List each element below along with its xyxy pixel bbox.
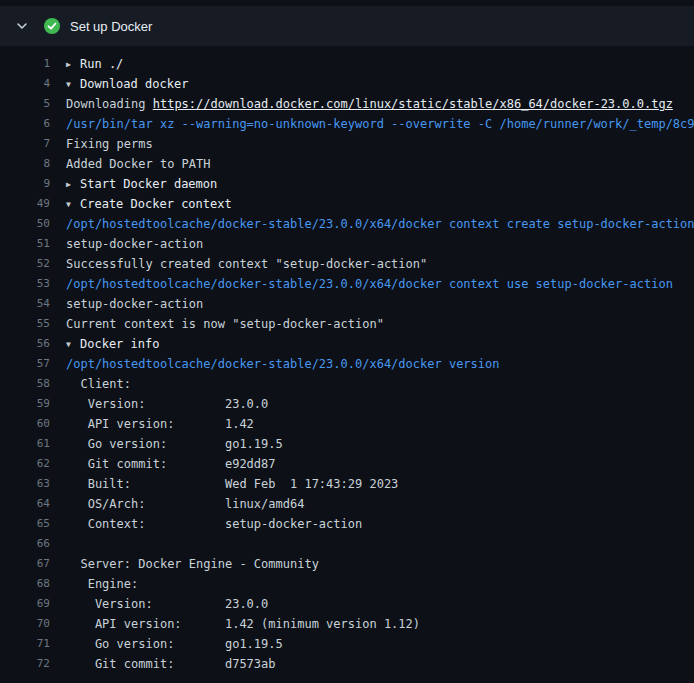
log-text: Git commit: d7573ab [66,657,276,671]
log-line: 64 OS/Arch: linux/amd64 [0,494,694,514]
log-line: 63 Built: Wed Feb 1 17:43:29 2023 [0,474,694,494]
line-number[interactable]: 72 [0,654,50,674]
log-text: /opt/hostedtoolcache/docker-stable/23.0.… [66,357,499,371]
line-content: Engine: [50,574,694,594]
log-line: 59 Version: 23.0.0 [0,394,694,414]
line-content [50,534,694,554]
line-content: ▼Docker info [50,334,694,354]
log-line: 8Added Docker to PATH [0,154,694,174]
line-number[interactable]: 59 [0,394,50,414]
line-number[interactable]: 65 [0,514,50,534]
log-text: Version: 23.0.0 [66,397,268,411]
line-number[interactable]: 55 [0,314,50,334]
line-content: Successfully created context "setup-dock… [50,254,694,274]
log-line: 53/opt/hostedtoolcache/docker-stable/23.… [0,274,694,294]
line-content: Current context is now "setup-docker-act… [50,314,694,334]
line-number[interactable]: 58 [0,374,50,394]
log-text: Context: setup-docker-action [66,517,362,531]
log-line: 69 Version: 23.0.0 [0,594,694,614]
log-text: Start Docker daemon [80,177,217,191]
line-content: API version: 1.42 (minimum version 1.12) [50,614,694,634]
line-content: API version: 1.42 [50,414,694,434]
line-number[interactable]: 63 [0,474,50,494]
log-line: 52Successfully created context "setup-do… [0,254,694,274]
log-group-row[interactable]: 49▼Create Docker context [0,194,694,214]
log-text: Fixing perms [66,137,153,151]
step-header[interactable]: Set up Docker [0,6,694,46]
line-number[interactable]: 49 [0,194,50,214]
log-line: 7Fixing perms [0,134,694,154]
line-number[interactable]: 7 [0,134,50,154]
log-group-row[interactable]: 4▼Download docker [0,74,694,94]
line-content: Version: 23.0.0 [50,594,694,614]
log-text: Client: [66,377,131,391]
log-group-row[interactable]: 9▶Start Docker daemon [0,174,694,194]
chevron-down-icon[interactable]: ▼ [66,195,80,214]
log-text: setup-docker-action [66,297,203,311]
line-content: Go version: go1.19.5 [50,634,694,654]
log-line: 51setup-docker-action [0,234,694,254]
log-text: Version: 23.0.0 [66,597,268,611]
chevron-right-icon[interactable]: ▶ [66,55,80,74]
line-number[interactable]: 1 [0,54,50,74]
log-text: Server: Docker Engine - Community [66,557,319,571]
log-line: 71 Go version: go1.19.5 [0,634,694,654]
line-number[interactable]: 4 [0,74,50,94]
line-content: ▶Start Docker daemon [50,174,694,194]
chevron-right-icon[interactable]: ▶ [66,175,80,194]
line-number[interactable]: 52 [0,254,50,274]
line-content: setup-docker-action [50,294,694,314]
log-line: 5Downloading https://download.docker.com… [0,94,694,114]
log-text: Run ./ [80,57,123,71]
line-content: Client: [50,374,694,394]
log-text: Docker info [80,337,159,351]
log-text: /usr/bin/tar xz --warning=no-unknown-key… [66,117,694,131]
line-number[interactable]: 56 [0,334,50,354]
line-number[interactable]: 60 [0,414,50,434]
line-number[interactable]: 67 [0,554,50,574]
line-number[interactable]: 50 [0,214,50,234]
line-number[interactable]: 57 [0,354,50,374]
line-content: Downloading https://download.docker.com/… [50,94,694,114]
log-text: Git commit: e92dd87 [66,457,276,471]
line-number[interactable]: 71 [0,634,50,654]
check-circle-icon [44,18,60,34]
line-number[interactable]: 5 [0,94,50,114]
line-content: Server: Docker Engine - Community [50,554,694,574]
line-number[interactable]: 64 [0,494,50,514]
log-text: Built: Wed Feb 1 17:43:29 2023 [66,477,398,491]
chevron-down-icon[interactable]: ▼ [66,335,80,354]
line-number[interactable]: 70 [0,614,50,634]
line-number[interactable]: 62 [0,454,50,474]
line-number[interactable]: 61 [0,434,50,454]
log-line: 54setup-docker-action [0,294,694,314]
chevron-down-icon[interactable] [16,20,30,32]
line-number[interactable]: 54 [0,294,50,314]
line-content: ▼Download docker [50,74,694,94]
line-number[interactable]: 51 [0,234,50,254]
log-group-row[interactable]: 1▶Run ./ [0,54,694,74]
line-number[interactable]: 9 [0,174,50,194]
log-line: 57/opt/hostedtoolcache/docker-stable/23.… [0,354,694,374]
log-text: Successfully created context "setup-dock… [66,257,427,271]
line-number[interactable]: 68 [0,574,50,594]
log-lines: 1▶Run ./4▼Download docker5Downloading ht… [0,46,694,674]
line-number[interactable]: 69 [0,594,50,614]
line-number[interactable]: 8 [0,154,50,174]
line-content: OS/Arch: linux/amd64 [50,494,694,514]
step-title: Set up Docker [70,19,152,34]
log-line: 6/usr/bin/tar xz --warning=no-unknown-ke… [0,114,694,134]
log-text: Go version: go1.19.5 [66,637,283,651]
log-link[interactable]: https://download.docker.com/linux/static… [153,97,673,111]
line-content: /opt/hostedtoolcache/docker-stable/23.0.… [50,354,694,374]
log-group-row[interactable]: 56▼Docker info [0,334,694,354]
log-text: API version: 1.42 [66,417,254,431]
line-content: /opt/hostedtoolcache/docker-stable/23.0.… [50,274,694,294]
line-number[interactable]: 66 [0,534,50,554]
log-line: 61 Go version: go1.19.5 [0,434,694,454]
log-line: 66 [0,534,694,554]
chevron-down-icon[interactable]: ▼ [66,75,80,94]
log-line: 55Current context is now "setup-docker-a… [0,314,694,334]
line-number[interactable]: 53 [0,274,50,294]
line-number[interactable]: 6 [0,114,50,134]
